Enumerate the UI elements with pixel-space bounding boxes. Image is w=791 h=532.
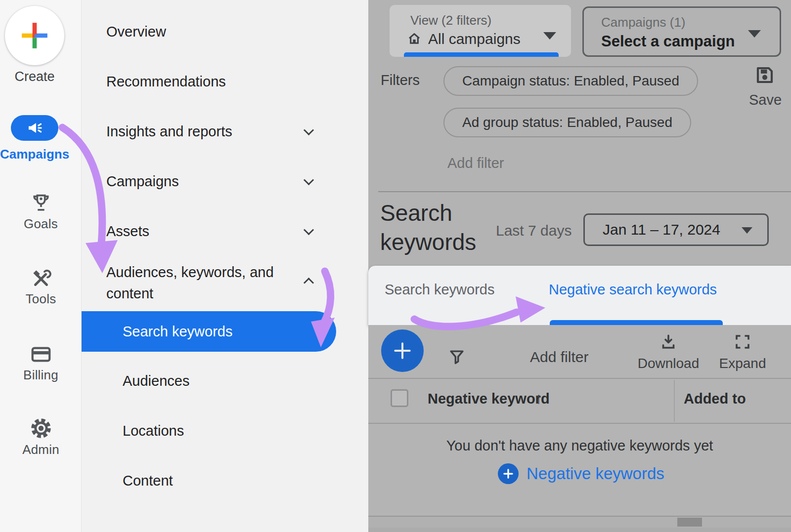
nav-item-audiences[interactable]: Audiences bbox=[123, 373, 189, 389]
nav-item-audiences-keywords-content[interactable]: Audiences, keywords, and content bbox=[106, 262, 304, 304]
tab-negative-search-keywords[interactable]: Negative search keywords bbox=[549, 282, 717, 298]
create-label: Create bbox=[0, 69, 69, 84]
campaigns-nav-panel: Overview Recommendations Insights and re… bbox=[82, 0, 368, 532]
plus-circle-icon bbox=[498, 463, 519, 484]
column-header-negative-keyword[interactable]: Negative keyword bbox=[428, 391, 550, 407]
home-icon bbox=[406, 31, 422, 46]
add-negative-keywords-cta[interactable]: Negative keywords bbox=[498, 463, 664, 484]
nav-item-locations[interactable]: Locations bbox=[123, 423, 184, 439]
keywords-tab-strip: Search keywords Negative search keywords bbox=[368, 266, 791, 325]
filter-chip-ad-group-status[interactable]: Ad group status: Enabled, Paused bbox=[443, 108, 691, 137]
expand-icon bbox=[734, 333, 751, 351]
view-selector-value: All campaigns bbox=[428, 31, 521, 47]
rail-item-goals[interactable]: Goals bbox=[0, 192, 82, 232]
date-range-value: Jan 11 – 17, 2024 bbox=[603, 221, 720, 238]
filter-chip-campaign-status[interactable]: Campaign status: Enabled, Paused bbox=[443, 66, 698, 96]
column-divider bbox=[674, 380, 675, 422]
rail-item-billing-label: Billing bbox=[0, 368, 82, 383]
select-all-checkbox[interactable] bbox=[391, 389, 408, 407]
horizontal-scrollbar-thumb[interactable] bbox=[677, 518, 702, 527]
download-label: Download bbox=[636, 356, 701, 371]
nav-item-insights-and-reports[interactable]: Insights and reports bbox=[106, 123, 232, 140]
negative-keywords-cta-label: Negative keywords bbox=[527, 464, 664, 483]
chevron-down-icon[interactable] bbox=[304, 125, 314, 135]
add-negative-keyword-button[interactable] bbox=[381, 329, 424, 372]
dropdown-caret-icon bbox=[742, 227, 752, 234]
view-selector-label: View (2 filters) bbox=[410, 13, 491, 28]
empty-state: You don't have any negative keywords yet… bbox=[368, 424, 791, 516]
dropdown-caret-icon bbox=[543, 32, 556, 40]
empty-state-message: You don't have any negative keywords yet bbox=[368, 438, 791, 454]
nav-item-campaigns[interactable]: Campaigns bbox=[106, 173, 179, 190]
horizontal-scrollbar-track bbox=[368, 517, 791, 528]
main-content: View (2 filters) All campaigns Campaigns… bbox=[368, 0, 791, 532]
date-range-label: Last 7 days bbox=[496, 222, 571, 239]
left-rail: Create Campaigns Goals bbox=[0, 0, 82, 532]
save-icon bbox=[754, 64, 775, 86]
nav-item-search-keywords-selected[interactable]: Search keywords bbox=[82, 311, 336, 352]
chevron-down-icon[interactable] bbox=[304, 225, 314, 235]
filter-funnel-icon[interactable] bbox=[447, 348, 466, 367]
table-toolbar: Add filter Download Expand bbox=[368, 325, 791, 378]
tab-search-keywords[interactable]: Search keywords bbox=[385, 282, 494, 298]
save-label: Save bbox=[749, 92, 781, 108]
rail-item-tools[interactable]: Tools bbox=[0, 267, 82, 307]
nav-item-assets[interactable]: Assets bbox=[106, 223, 149, 240]
add-filter-toolbar-link[interactable]: Add filter bbox=[530, 349, 588, 366]
nav-item-recommendations[interactable]: Recommendations bbox=[106, 74, 226, 90]
gear-icon bbox=[29, 416, 53, 440]
nav-item-overview[interactable]: Overview bbox=[106, 24, 166, 40]
chevron-down-icon[interactable] bbox=[304, 175, 314, 185]
expand-button[interactable]: Expand bbox=[710, 333, 775, 371]
add-filter-link[interactable]: Add filter bbox=[447, 155, 504, 171]
table-header: Negative keyword ↑ Added to bbox=[368, 378, 791, 424]
filters-label: Filters bbox=[381, 72, 420, 88]
rail-item-admin-label: Admin bbox=[0, 442, 82, 457]
bottom-strip bbox=[368, 528, 791, 532]
campaign-selector-value: Select a campaign bbox=[601, 33, 735, 50]
rail-item-goals-label: Goals bbox=[0, 216, 82, 232]
tools-icon bbox=[30, 267, 52, 289]
google-ads-app: Create Campaigns Goals bbox=[0, 0, 791, 532]
rail-item-campaigns[interactable] bbox=[11, 115, 58, 141]
campaign-selector-label: Campaigns (1) bbox=[601, 15, 686, 30]
rail-item-admin[interactable]: Admin bbox=[0, 416, 82, 457]
expand-label: Expand bbox=[710, 356, 775, 371]
download-button[interactable]: Download bbox=[636, 333, 701, 371]
nav-item-search-keywords-label: Search keywords bbox=[123, 324, 232, 340]
sort-ascending-icon[interactable]: ↑ bbox=[535, 389, 543, 408]
rail-item-campaigns-label: Campaigns bbox=[0, 147, 69, 162]
view-selector[interactable]: View (2 filters) All campaigns bbox=[390, 5, 571, 57]
nav-item-content[interactable]: Content bbox=[123, 473, 173, 489]
rail-item-billing[interactable]: Billing bbox=[0, 343, 82, 383]
megaphone-icon bbox=[26, 120, 43, 136]
plus-icon bbox=[392, 340, 413, 362]
credit-card-icon bbox=[30, 343, 52, 366]
create-button[interactable] bbox=[5, 6, 64, 65]
campaign-selector[interactable]: Campaigns (1) Select a campaign bbox=[582, 6, 781, 57]
download-icon bbox=[659, 333, 677, 351]
trophy-icon bbox=[30, 192, 52, 214]
active-tab-underline bbox=[550, 320, 723, 325]
chevron-up-icon[interactable] bbox=[304, 278, 314, 288]
date-range-selector[interactable]: Jan 11 – 17, 2024 bbox=[583, 213, 769, 246]
google-plus-icon bbox=[21, 22, 48, 49]
save-button[interactable]: Save bbox=[749, 64, 781, 108]
page-title: Search keywords bbox=[380, 199, 494, 257]
view-selector-underline bbox=[404, 52, 559, 57]
plus-icon bbox=[502, 467, 515, 480]
column-header-added-to[interactable]: Added to bbox=[684, 391, 746, 407]
rail-item-tools-label: Tools bbox=[0, 291, 82, 307]
dropdown-caret-icon bbox=[748, 30, 761, 38]
divider bbox=[378, 191, 791, 192]
